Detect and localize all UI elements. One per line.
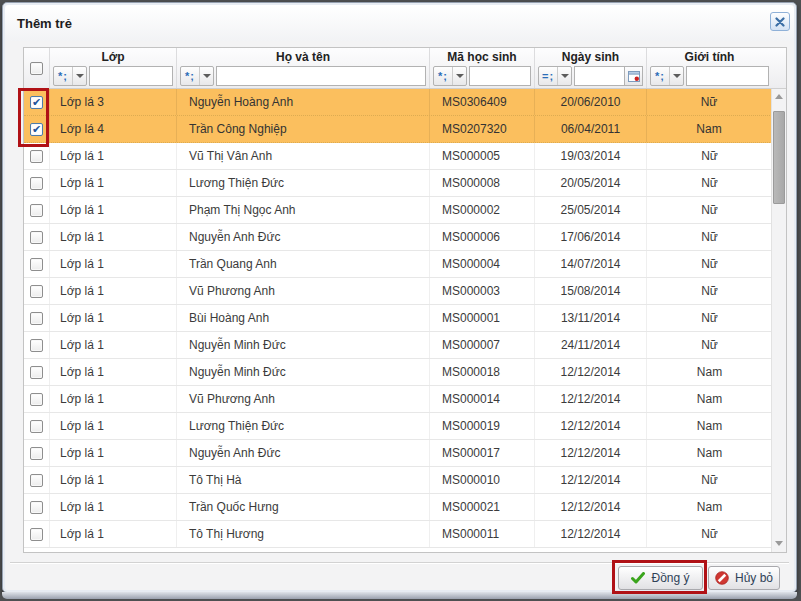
filter-input-name[interactable] <box>216 66 426 86</box>
table-row[interactable]: Lớp lá 1 Vũ Phương Anh MS000014 12/12/20… <box>24 386 772 413</box>
cell-student-id: MS000018 <box>430 359 535 385</box>
filter-input-student-id[interactable] <box>469 66 531 86</box>
table-row[interactable]: ✔ Lớp lá 3 Nguyễn Hoàng Anh MS0306409 20… <box>24 89 772 116</box>
cell-student-id: MS000003 <box>430 278 535 304</box>
row-checkbox[interactable] <box>30 366 43 379</box>
cancel-button[interactable]: Hủy bỏ <box>708 566 780 590</box>
close-button[interactable] <box>770 12 790 31</box>
vertical-scrollbar[interactable] <box>771 89 786 552</box>
table-row[interactable]: Lớp lá 1 Nguyễn Minh Đức MS000018 12/12/… <box>24 359 772 386</box>
cell-name: Vũ Thị Vân Anh <box>177 143 430 169</box>
cell-class: Lớp lá 1 <box>50 521 177 547</box>
row-checkbox[interactable] <box>30 204 43 217</box>
close-icon <box>775 17 785 27</box>
table-row[interactable]: Lớp lá 1 Phạm Thị Ngọc Anh MS000002 25/0… <box>24 197 772 224</box>
scrollbar-thumb[interactable] <box>773 111 785 204</box>
row-checkbox[interactable] <box>30 501 43 514</box>
cell-gender: Nam <box>647 494 772 520</box>
scroll-up-arrow[interactable] <box>772 90 786 103</box>
table-row[interactable]: ✔ Lớp lá 4 Trần Công Nghiệp MS0207320 06… <box>24 116 772 143</box>
cell-dob: 20/05/2014 <box>535 170 647 196</box>
filter-input-class[interactable] <box>89 66 173 86</box>
filter-op-glyph: *; <box>54 67 73 85</box>
cell-student-id: MS0306409 <box>430 89 535 115</box>
row-checkbox[interactable] <box>30 528 43 541</box>
row-checkbox[interactable] <box>30 231 43 244</box>
cell-name: Nguyễn Anh Đức <box>177 224 430 250</box>
cell-class: Lớp lá 1 <box>50 305 177 331</box>
table-row[interactable]: Lớp lá 1 Trần Quốc Hưng MS000021 12/12/2… <box>24 494 772 521</box>
table-row[interactable]: Lớp lá 1 Lương Thiện Đức MS000019 12/12/… <box>24 413 772 440</box>
column-header-name: Họ và tên <box>177 48 429 63</box>
cell-gender: Nữ <box>647 305 772 331</box>
chevron-down-icon <box>670 67 683 85</box>
cell-name: Vũ Phương Anh <box>177 386 430 412</box>
filter-operator-dob[interactable]: =; <box>538 66 572 86</box>
row-checkbox[interactable] <box>30 258 43 271</box>
cell-class: Lớp lá 1 <box>50 386 177 412</box>
cell-name: Nguyễn Hoàng Anh <box>177 89 430 115</box>
cell-dob: 12/12/2014 <box>535 386 647 412</box>
cell-student-id: MS000010 <box>430 467 535 493</box>
column-header-student-id: Mã học sinh <box>430 48 534 63</box>
cell-name: Phạm Thị Ngọc Anh <box>177 197 430 223</box>
filter-input-gender[interactable] <box>686 66 769 86</box>
row-checkbox[interactable] <box>30 339 43 352</box>
cell-student-id: MS000005 <box>430 143 535 169</box>
footer-separator <box>10 562 789 563</box>
cell-dob: 19/03/2014 <box>535 143 647 169</box>
calendar-picker-button[interactable] <box>624 67 642 85</box>
table-row[interactable]: Lớp lá 1 Nguyễn Anh Đức MS000006 17/06/2… <box>24 224 772 251</box>
row-checkbox[interactable] <box>30 420 43 433</box>
filter-operator-student-id[interactable]: *; <box>433 66 467 86</box>
cell-student-id: MS000017 <box>430 440 535 466</box>
filter-operator-class[interactable]: *; <box>53 66 87 86</box>
cell-name: Bùi Hoàng Anh <box>177 305 430 331</box>
table-row[interactable]: Lớp lá 1 Nguyễn Minh Đức MS000007 24/11/… <box>24 332 772 359</box>
filter-input-dob[interactable] <box>575 67 624 85</box>
ok-button[interactable]: Đồng ý <box>618 566 703 590</box>
cell-dob: 06/04/2011 <box>535 116 647 142</box>
cell-class: Lớp lá 1 <box>50 278 177 304</box>
cell-student-id: MS000008 <box>430 170 535 196</box>
table-row[interactable]: Lớp lá 1 Bùi Hoàng Anh MS000001 13/11/20… <box>24 305 772 332</box>
filter-operator-gender[interactable]: *; <box>650 66 684 86</box>
row-checkbox[interactable] <box>30 474 43 487</box>
cell-dob: 20/06/2010 <box>535 89 647 115</box>
column-header-gender: Giới tính <box>647 48 772 63</box>
row-checkbox[interactable] <box>30 285 43 298</box>
table-row[interactable]: Lớp lá 1 Nguyễn Anh Đức MS000017 12/12/2… <box>24 440 772 467</box>
scroll-down-arrow[interactable] <box>772 537 786 550</box>
cell-gender: Nữ <box>647 467 772 493</box>
cell-gender: Nữ <box>647 332 772 358</box>
cell-gender: Nữ <box>647 89 772 115</box>
select-all-checkbox[interactable] <box>30 62 43 75</box>
cell-dob: 13/11/2014 <box>535 305 647 331</box>
cell-class: Lớp lá 1 <box>50 332 177 358</box>
table-row[interactable]: Lớp lá 1 Vũ Phương Anh MS000003 15/08/20… <box>24 278 772 305</box>
table-row[interactable]: Lớp lá 1 Vũ Thị Vân Anh MS000005 19/03/2… <box>24 143 772 170</box>
cell-student-id: MS000021 <box>430 494 535 520</box>
filter-operator-name[interactable]: *; <box>180 66 214 86</box>
row-checkbox[interactable] <box>30 150 43 163</box>
cell-gender: Nữ <box>647 170 772 196</box>
row-checkbox[interactable]: ✔ <box>30 123 43 136</box>
cell-name: Vũ Phương Anh <box>177 278 430 304</box>
table-row[interactable]: Lớp lá 1 Tô Thị Hà MS000010 12/12/2014 N… <box>24 467 772 494</box>
table-row[interactable]: Lớp lá 1 Tô Thị Hương MS000011 12/12/201… <box>24 521 772 548</box>
row-checkbox[interactable] <box>30 393 43 406</box>
grid-header: Lớp *; Họ và tên *; <box>24 48 786 89</box>
cell-student-id: MS000011 <box>430 521 535 547</box>
row-checkbox[interactable] <box>30 447 43 460</box>
cell-student-id: MS000014 <box>430 386 535 412</box>
table-row[interactable]: Lớp lá 1 Lương Thiện Đức MS000008 20/05/… <box>24 170 772 197</box>
cell-name: Nguyễn Anh Đức <box>177 440 430 466</box>
row-checkbox[interactable]: ✔ <box>30 96 43 109</box>
cell-class: Lớp lá 1 <box>50 359 177 385</box>
chevron-down-icon <box>558 67 571 85</box>
row-checkbox[interactable] <box>30 312 43 325</box>
cell-class: Lớp lá 1 <box>50 413 177 439</box>
cell-gender: Nam <box>647 386 772 412</box>
table-row[interactable]: Lớp lá 1 Trần Quang Anh MS000004 14/07/2… <box>24 251 772 278</box>
row-checkbox[interactable] <box>30 177 43 190</box>
